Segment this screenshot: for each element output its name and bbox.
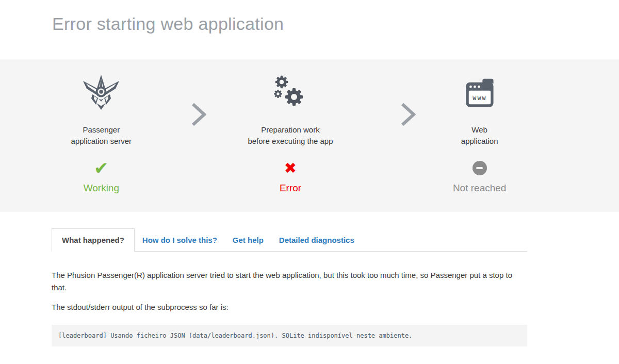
step-web-application: www Web application Not reached	[385, 59, 574, 212]
tab-how-do-i-solve-this[interactable]: How do I solve this?	[135, 229, 225, 251]
step-label: Web application	[461, 124, 498, 147]
step-preparation-work: Preparation work before executing the ap…	[196, 59, 385, 212]
check-glyph: ✔	[94, 159, 109, 177]
tab-detailed-diagnostics[interactable]: Detailed diagnostics	[271, 229, 362, 251]
step-label: Preparation work before executing the ap…	[248, 124, 333, 147]
tab-content: The Phusion Passenger(R) application ser…	[52, 269, 527, 346]
arrow-right-icon	[400, 103, 416, 126]
passenger-logo-icon	[80, 72, 122, 116]
step-passenger-server: Passenger application server ✔ Working	[7, 59, 196, 212]
tab-get-help[interactable]: Get help	[225, 229, 271, 251]
step-label-line2: application	[461, 136, 498, 147]
minus-circle	[473, 161, 487, 175]
status-label-not-reached: Not reached	[453, 183, 507, 194]
browser-www-icon: www	[462, 72, 497, 116]
pipeline-band: Passenger application server ✔ Working	[0, 59, 619, 212]
minus-icon	[473, 159, 487, 177]
status-label-error: Error	[280, 183, 301, 194]
page-header: Error starting web application	[0, 0, 619, 59]
step-label-line2: application server	[71, 136, 132, 147]
status-label-working: Working	[84, 183, 119, 194]
check-icon: ✔	[94, 159, 109, 177]
step-label-line1: Passenger	[71, 124, 132, 136]
tab-bar: What happened? How do I solve this? Get …	[52, 228, 527, 252]
step-label-line1: Web	[461, 124, 498, 136]
log-output: [leaderboard] Usando ficheiro JSON (data…	[52, 325, 527, 346]
gears-icon	[270, 72, 311, 116]
step-label-line2: before executing the app	[248, 136, 333, 147]
cross-glyph: ✖	[284, 161, 297, 176]
stdout-intro: The stdout/stderr output of the subproce…	[52, 301, 527, 313]
cross-icon: ✖	[284, 159, 297, 177]
page-title: Error starting web application	[52, 14, 619, 34]
error-description: The Phusion Passenger(R) application ser…	[52, 269, 527, 294]
minus-bar	[476, 167, 483, 170]
step-label-line1: Preparation work	[248, 124, 333, 136]
browser-www-text: www	[473, 94, 486, 102]
passenger-error-page: Error starting web application	[0, 0, 619, 346]
tab-what-happened[interactable]: What happened?	[52, 228, 135, 252]
step-label: Passenger application server	[71, 124, 132, 147]
arrow-right-icon	[191, 103, 206, 126]
pipeline-steps: Passenger application server ✔ Working	[7, 59, 574, 212]
